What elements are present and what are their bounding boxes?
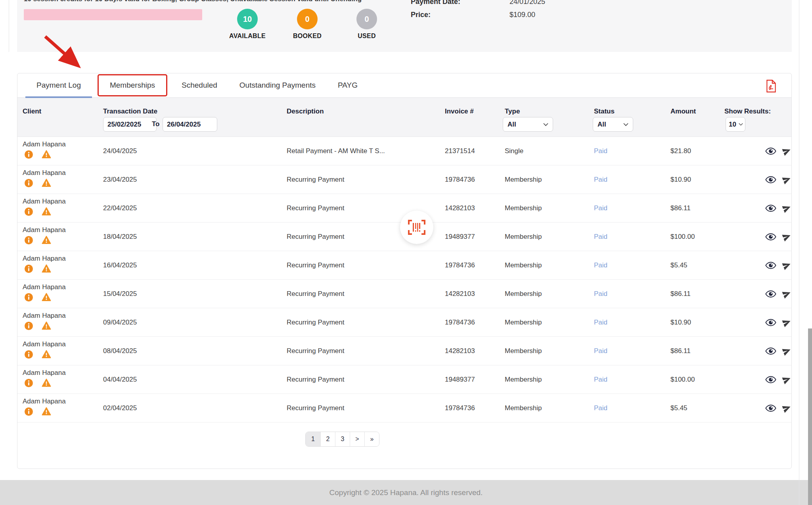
status-link[interactable]: Paid	[594, 404, 607, 412]
view-button[interactable]	[765, 204, 776, 212]
transaction-date: 18/04/2025	[103, 233, 137, 241]
view-button[interactable]	[765, 347, 776, 355]
status-link[interactable]: Paid	[594, 261, 607, 269]
info-icon[interactable]	[25, 265, 33, 273]
info-icon[interactable]	[25, 179, 33, 187]
page-footer: Copyright © 2025 Hapana. All rights rese…	[0, 480, 812, 505]
show-results-value: 10	[729, 121, 736, 129]
description: Recurring Payment	[287, 347, 345, 355]
info-icon[interactable]	[25, 379, 33, 387]
barcode-scan-button[interactable]	[400, 211, 433, 244]
status-filter-select[interactable]: All	[593, 117, 633, 132]
scrollbar-track-divider	[799, 0, 799, 505]
used-count-badge: 0	[356, 9, 377, 29]
date-from-input[interactable]	[103, 117, 157, 132]
send-icon	[782, 146, 792, 156]
invoice-number: 21371514	[445, 147, 475, 155]
table-row: Adam Hapana 24/04/2	[17, 137, 791, 165]
export-pdf-button[interactable]	[765, 79, 777, 93]
scrollbar-thumb[interactable]	[808, 328, 812, 505]
page-button[interactable]: >	[350, 432, 364, 446]
transaction-date: 04/04/2025	[103, 376, 137, 384]
column-header-invoice: Invoice #	[445, 108, 474, 115]
send-receipt-button[interactable]	[782, 260, 792, 270]
row-actions	[765, 260, 792, 270]
status-link[interactable]: Paid	[594, 347, 607, 355]
description: Retail Payment - AM White T S...	[287, 147, 385, 155]
status-link[interactable]: Paid	[594, 290, 607, 298]
info-icon[interactable]	[25, 236, 33, 244]
info-icon[interactable]	[25, 407, 33, 416]
warning-icon[interactable]	[42, 264, 51, 273]
transaction-date: 09/04/2025	[103, 319, 137, 326]
warning-icon[interactable]	[42, 236, 51, 244]
description: Recurring Payment	[287, 261, 345, 269]
view-button[interactable]	[765, 290, 776, 298]
status-filter-value: All	[598, 121, 606, 129]
status-link[interactable]: Paid	[594, 204, 607, 212]
membership-summary-title: 10 session credits for 10 Day/s valid fo…	[24, 0, 362, 3]
transaction-date: 15/04/2025	[103, 290, 137, 298]
warning-icon[interactable]	[42, 207, 51, 216]
view-button[interactable]	[765, 261, 776, 269]
send-receipt-button[interactable]	[782, 175, 792, 184]
send-receipt-button[interactable]	[782, 346, 792, 356]
page-button[interactable]: 3	[335, 432, 350, 446]
warning-icon[interactable]	[42, 378, 51, 387]
status-link[interactable]: Paid	[594, 319, 607, 326]
tab-payg[interactable]: PAYG	[327, 73, 369, 97]
send-receipt-button[interactable]	[782, 203, 792, 213]
price-label: Price:	[411, 11, 431, 19]
warning-icon[interactable]	[42, 407, 51, 416]
view-button[interactable]	[765, 176, 776, 183]
view-button[interactable]	[765, 404, 776, 412]
send-receipt-button[interactable]	[782, 374, 792, 384]
warning-icon[interactable]	[42, 350, 51, 359]
client-name: Adam Hapana	[23, 140, 66, 148]
view-button[interactable]	[765, 319, 776, 326]
view-button[interactable]	[765, 376, 776, 383]
payment-type: Membership	[505, 204, 542, 212]
show-results-select[interactable]: 10	[726, 117, 745, 132]
page-button[interactable]: »	[364, 432, 379, 446]
row-actions	[765, 317, 792, 327]
info-icon[interactable]	[25, 350, 33, 359]
status-link[interactable]: Paid	[594, 376, 607, 384]
info-icon[interactable]	[25, 293, 33, 301]
send-receipt-button[interactable]	[782, 146, 792, 156]
send-receipt-button[interactable]	[782, 317, 792, 327]
tab-payment-log[interactable]: Payment Log	[25, 73, 92, 97]
status-link[interactable]: Paid	[594, 233, 607, 241]
client-name: Adam Hapana	[23, 397, 66, 405]
warning-icon[interactable]	[42, 293, 51, 301]
warning-icon[interactable]	[42, 321, 51, 330]
column-header-type: Type	[505, 108, 520, 115]
send-receipt-button[interactable]	[782, 232, 792, 242]
send-receipt-button[interactable]	[782, 289, 792, 299]
info-icon[interactable]	[25, 207, 33, 216]
column-header-show-results: Show Results:	[724, 108, 771, 115]
type-filter-select[interactable]: All	[503, 117, 553, 132]
status-link[interactable]: Paid	[594, 147, 607, 155]
tab-scheduled[interactable]: Scheduled	[170, 73, 228, 97]
client-name: Adam Hapana	[23, 198, 66, 205]
row-actions	[765, 232, 792, 242]
copyright-text: Copyright © 2025 Hapana. All rights rese…	[329, 488, 483, 497]
page-button[interactable]: 2	[320, 432, 335, 446]
client-name: Adam Hapana	[23, 312, 66, 320]
pagination: 123>»	[305, 432, 379, 447]
tab-outstanding-payments[interactable]: Outstanding Payments	[228, 73, 327, 97]
send-icon	[782, 175, 792, 184]
view-button[interactable]	[765, 233, 776, 240]
send-receipt-button[interactable]	[782, 403, 792, 413]
warning-icon[interactable]	[42, 150, 51, 159]
status-link[interactable]: Paid	[594, 176, 607, 184]
tab-memberships[interactable]: Memberships	[98, 74, 167, 96]
info-icon[interactable]	[25, 150, 33, 159]
view-button[interactable]	[765, 147, 776, 155]
info-icon[interactable]	[25, 322, 33, 330]
page-button-current[interactable]: 1	[306, 432, 320, 446]
send-icon	[782, 203, 792, 213]
date-to-input[interactable]	[163, 117, 217, 132]
warning-icon[interactable]	[42, 179, 51, 187]
